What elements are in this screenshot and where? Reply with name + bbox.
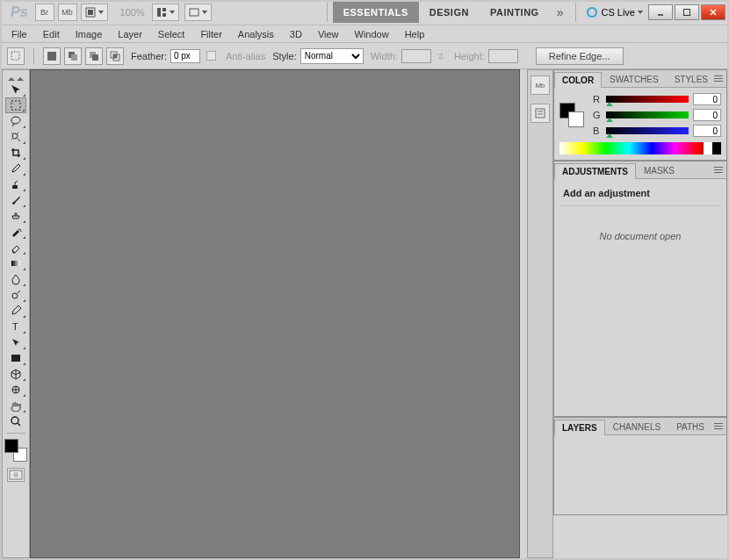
height-label: Height: — [454, 51, 485, 61]
tab-paths[interactable]: PATHS — [668, 419, 712, 434]
window-close-button[interactable] — [701, 4, 725, 20]
svg-point-20 — [12, 133, 18, 139]
g-input[interactable] — [693, 109, 721, 121]
menu-image[interactable]: Image — [68, 27, 111, 41]
refine-edge-button[interactable]: Refine Edge... — [536, 47, 624, 65]
workspace-essentials[interactable]: ESSENTIALS — [333, 2, 419, 23]
svg-rect-7 — [684, 10, 690, 16]
style-select[interactable]: Normal — [300, 48, 364, 64]
menu-view[interactable]: View — [310, 27, 347, 41]
app-logo: Ps — [4, 4, 35, 20]
menu-edit[interactable]: Edit — [35, 27, 68, 41]
tool-quick-selection[interactable] — [5, 129, 26, 145]
color-spectrum-bar[interactable] — [559, 142, 721, 154]
menu-help[interactable]: Help — [397, 27, 433, 41]
tool-clone-stamp[interactable] — [5, 208, 26, 224]
color-panel-swatches[interactable] — [559, 103, 584, 127]
workspace-design[interactable]: DESIGN — [419, 2, 480, 23]
tab-masks[interactable]: MASKS — [636, 162, 682, 178]
tool-dodge[interactable] — [5, 287, 26, 303]
tool-crop[interactable] — [5, 145, 26, 161]
bridge-button[interactable]: Br — [35, 4, 54, 21]
tool-hand[interactable] — [5, 398, 26, 413]
layers-panel-menu[interactable] — [712, 420, 725, 431]
color-swatches[interactable] — [4, 439, 27, 462]
tab-layers[interactable]: LAYERS — [554, 420, 605, 435]
r-input[interactable] — [693, 93, 721, 105]
collapsed-dock: Mb — [527, 69, 553, 558]
tool-type[interactable]: T — [5, 319, 26, 334]
svg-text:T: T — [12, 321, 18, 332]
view-extras-dropdown[interactable] — [81, 4, 108, 21]
tab-color[interactable]: COLOR — [554, 72, 602, 88]
color-panel-menu[interactable] — [712, 73, 725, 83]
mini-bridge-panel-button[interactable]: Mb — [531, 75, 550, 95]
swap-dimensions-icon — [435, 50, 447, 62]
menu-3d[interactable]: 3D — [282, 27, 310, 41]
window-maximize-button[interactable] — [675, 4, 699, 20]
menu-window[interactable]: Window — [347, 27, 397, 41]
svg-rect-15 — [92, 54, 98, 61]
screen-mode-dropdown[interactable] — [184, 4, 212, 21]
tool-rectangular-marquee[interactable] — [5, 97, 26, 113]
menu-select[interactable]: Select — [150, 27, 193, 41]
tools-collapse-button[interactable] — [4, 74, 27, 81]
b-input[interactable] — [693, 125, 721, 137]
tool-pen[interactable] — [5, 303, 26, 319]
svg-point-29 — [13, 472, 18, 477]
tool-brush[interactable] — [5, 192, 26, 208]
tool-3d-object[interactable] — [5, 366, 26, 382]
zoom-level[interactable]: 100% — [120, 7, 145, 18]
tool-history-brush[interactable] — [5, 224, 26, 240]
b-slider[interactable] — [606, 127, 689, 134]
tab-channels[interactable]: CHANNELS — [605, 419, 668, 434]
menu-analysis[interactable]: Analysis — [230, 27, 282, 41]
cs-live-button[interactable]: CS Live — [587, 7, 643, 18]
tool-spot-healing[interactable] — [5, 176, 26, 192]
workspace-painting[interactable]: PAINTING — [480, 2, 550, 23]
menu-layer[interactable]: Layer — [110, 27, 150, 41]
feather-input[interactable] — [170, 49, 200, 63]
tool-eraser[interactable] — [5, 240, 26, 255]
selection-intersect-icon[interactable] — [106, 47, 124, 65]
svg-rect-1 — [88, 10, 93, 15]
minibridge-button[interactable]: Mb — [58, 4, 77, 21]
anti-alias-checkbox — [206, 51, 216, 61]
window-minimize-button[interactable] — [648, 4, 673, 20]
tool-path-selection[interactable] — [5, 334, 26, 350]
tool-gradient[interactable] — [5, 255, 26, 271]
tool-3d-camera[interactable] — [5, 382, 26, 398]
quick-mask-button[interactable] — [7, 468, 25, 482]
width-input — [401, 49, 431, 63]
tool-blur[interactable] — [5, 271, 26, 287]
foreground-color[interactable] — [4, 439, 18, 453]
tab-swatches[interactable]: SWATCHES — [602, 71, 667, 87]
document-canvas[interactable] — [30, 69, 520, 558]
history-panel-button[interactable] — [531, 104, 550, 123]
r-label: R — [593, 94, 602, 104]
menu-filter[interactable]: Filter — [192, 27, 229, 41]
tool-move[interactable] — [5, 82, 26, 97]
right-panel-dock: COLOR SWATCHES STYLES R G B — [553, 69, 727, 558]
application-bar: Ps Br Mb 100% ESSENTIALS DESIGN PAINTING… — [0, 0, 729, 25]
tool-preset-picker[interactable] — [7, 47, 25, 65]
selection-add-icon[interactable] — [64, 47, 82, 65]
tool-lasso[interactable] — [5, 113, 26, 129]
menu-bar: File Edit Image Layer Select Filter Anal… — [0, 25, 729, 43]
tool-rectangle-shape[interactable] — [5, 350, 26, 366]
tab-styles[interactable]: STYLES — [667, 71, 716, 87]
selection-new-icon[interactable] — [43, 47, 61, 65]
adjustments-panel-menu[interactable] — [712, 164, 725, 175]
adjustments-panel: ADJUSTMENTS MASKS Add an adjustment No d… — [553, 161, 727, 417]
selection-subtract-icon[interactable] — [85, 47, 103, 65]
tool-zoom[interactable] — [5, 413, 26, 429]
tab-adjustments[interactable]: ADJUSTMENTS — [554, 163, 636, 179]
tool-eyedropper[interactable] — [5, 161, 26, 176]
svg-rect-19 — [11, 101, 20, 110]
workspace-overflow-button[interactable]: » — [550, 5, 571, 19]
r-slider[interactable] — [606, 96, 689, 103]
adjustments-message: No document open — [559, 206, 721, 266]
menu-file[interactable]: File — [4, 27, 35, 41]
g-slider[interactable] — [606, 111, 689, 118]
arrange-documents-dropdown[interactable] — [152, 4, 179, 21]
